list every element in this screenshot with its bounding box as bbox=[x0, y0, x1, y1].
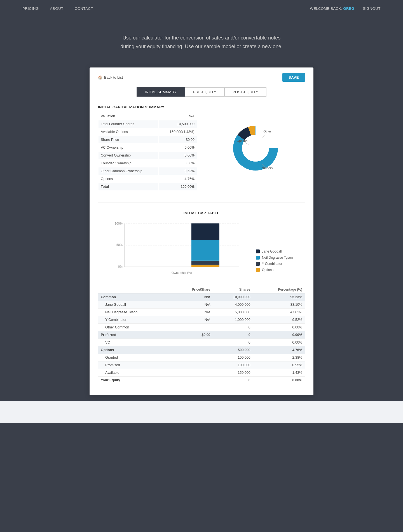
legend-options: Options bbox=[256, 268, 273, 272]
cap-table-row: Granted100,0002.38% bbox=[98, 354, 305, 361]
cap-table-footer-row: Your Equity00.00% bbox=[98, 377, 305, 384]
summary-row: Available Options150,000(1.43%) bbox=[99, 128, 197, 136]
bar-jane bbox=[191, 223, 219, 240]
legend-dot-options bbox=[256, 268, 260, 272]
bar-chart-title: INITIAL CAP TABLE bbox=[98, 211, 305, 215]
donut-chart-area: Other Options Founders bbox=[206, 105, 305, 191]
summary-row-label: Other Common Ownership bbox=[99, 167, 158, 175]
legend-label-yc: Y-Combinator bbox=[262, 262, 282, 266]
group-pct: 95.23% bbox=[253, 293, 305, 301]
summary-row-value: 4.76% bbox=[159, 175, 197, 183]
legend-label-neil: Neil Degrasse Tyson bbox=[262, 256, 293, 260]
row-price: N/A bbox=[171, 316, 213, 324]
legend-jane: Jane Goodall bbox=[256, 249, 282, 253]
cap-table-row: VC00.00% bbox=[98, 339, 305, 346]
row-price bbox=[171, 324, 213, 331]
group-price bbox=[171, 346, 213, 354]
row-shares: 5,000,000 bbox=[213, 309, 253, 316]
summary-section: INITIAL CAPITALIZATION SUMMARY Valuation… bbox=[98, 105, 305, 191]
legend-label-jane: Jane Goodall bbox=[262, 249, 282, 253]
bar-x-label: Ownership (%) bbox=[171, 271, 192, 274]
summary-table-container: INITIAL CAPITALIZATION SUMMARY Valuation… bbox=[98, 105, 197, 191]
row-price bbox=[171, 354, 213, 361]
summary-row-label: Available Options bbox=[99, 128, 158, 136]
nav-about[interactable]: ABOUT bbox=[50, 6, 64, 11]
tab-initial-summary[interactable]: INITAL SUMMARY bbox=[137, 87, 185, 97]
row-pct: 47.62% bbox=[253, 309, 305, 316]
nav-pricing[interactable]: PRICING bbox=[22, 6, 39, 11]
nav-right: WELCOME BACK, GREG SIGNOUT bbox=[310, 6, 381, 11]
legend-neil: Neil Degrasse Tyson bbox=[256, 256, 293, 260]
summary-row-label: VC Ownership bbox=[99, 144, 158, 151]
welcome-text: WELCOME BACK, GREG bbox=[310, 6, 354, 11]
main-card: 🏠 Back to List SAVE INITAL SUMMARY PRE-E… bbox=[90, 67, 313, 395]
bar-chart-layout: 100% 50% 0% Owne bbox=[98, 221, 305, 277]
row-pct: 0.00% bbox=[253, 339, 305, 346]
bar-yc bbox=[191, 261, 219, 265]
row-name: Other Common bbox=[98, 324, 171, 331]
row-shares: 100,000 bbox=[213, 354, 253, 361]
donut-label-founders: Founders bbox=[259, 166, 273, 170]
row-pct: 2.38% bbox=[253, 354, 305, 361]
home-icon: 🏠 bbox=[98, 75, 102, 80]
svg-text:100%: 100% bbox=[115, 222, 123, 225]
save-button[interactable]: SAVE bbox=[282, 73, 305, 82]
chart-legend: Jane Goodall Neil Degrasse Tyson Y-Combi… bbox=[256, 249, 293, 277]
summary-row: Total Founder Shares10,500,000 bbox=[99, 120, 197, 128]
row-name: Y-Combinator bbox=[98, 316, 171, 324]
section-divider bbox=[98, 202, 305, 202]
tab-bar: INITAL SUMMARY PRE-EQUITY POST-EQUITY bbox=[98, 87, 305, 97]
summary-row-value: $0.00 bbox=[159, 136, 197, 143]
footer-pct: 0.00% bbox=[253, 377, 305, 384]
cap-table-row: Jane GoodallN/A4,000,00038.10% bbox=[98, 301, 305, 309]
summary-table: ValuationN/ATotal Founder Shares10,500,0… bbox=[98, 112, 197, 191]
row-name: Granted bbox=[98, 354, 171, 361]
hero-section: Use our calculator for the conversion of… bbox=[0, 17, 403, 73]
summary-row-label: Options bbox=[99, 175, 158, 183]
row-price: N/A bbox=[171, 301, 213, 309]
username: GREG bbox=[343, 6, 354, 11]
summary-row: ValuationN/A bbox=[99, 113, 197, 120]
row-name: Jane Goodall bbox=[98, 301, 171, 309]
row-name: Promised bbox=[98, 361, 171, 369]
cap-table-group-row: CommonN/A10,000,00095.23% bbox=[98, 293, 305, 301]
nav-contact[interactable]: CONTACT bbox=[75, 6, 93, 11]
row-price bbox=[171, 369, 213, 377]
summary-row-value: 0.00% bbox=[159, 144, 197, 151]
svg-text:0%: 0% bbox=[118, 265, 123, 268]
row-name: Neil Degrasse Tyson bbox=[98, 309, 171, 316]
back-label: Back to List bbox=[104, 75, 123, 80]
cap-table-body: CommonN/A10,000,00095.23%Jane GoodallN/A… bbox=[98, 293, 305, 384]
row-shares: 150,000 bbox=[213, 369, 253, 377]
signout-button[interactable]: SIGNOUT bbox=[363, 6, 381, 11]
tab-post-equity[interactable]: POST-EQUITY bbox=[224, 87, 266, 97]
summary-row-value: 150,000(1.43%) bbox=[159, 128, 197, 136]
row-pct: 0.00% bbox=[253, 324, 305, 331]
svg-line-5 bbox=[263, 133, 266, 137]
summary-row: Founder Ownership85.0% bbox=[99, 160, 197, 167]
col-name bbox=[98, 286, 171, 293]
row-shares: 1,000,000 bbox=[213, 316, 253, 324]
summary-row: Other Common Ownership9.52% bbox=[99, 167, 197, 175]
summary-row-label: Convert Ownership bbox=[99, 152, 158, 159]
cap-table: Price/Share Shares Percentage (%) Common… bbox=[98, 286, 305, 384]
bar-chart-section: INITIAL CAP TABLE 100% 50% 0% bbox=[98, 211, 305, 277]
footer-shares: 0 bbox=[213, 377, 253, 384]
footer-name: Your Equity bbox=[98, 377, 171, 384]
summary-row: Total100.00% bbox=[99, 183, 197, 190]
group-name: Options bbox=[98, 346, 171, 354]
summary-row-label: Valuation bbox=[99, 113, 158, 120]
group-name: Preferred bbox=[98, 331, 171, 339]
summary-row-value: 85.0% bbox=[159, 160, 197, 167]
tab-pre-equity[interactable]: PRE-EQUITY bbox=[185, 87, 224, 97]
summary-row-value: 9.52% bbox=[159, 167, 197, 175]
group-shares: 500,000 bbox=[213, 346, 253, 354]
row-pct: 38.10% bbox=[253, 301, 305, 309]
group-price: $0.00 bbox=[171, 331, 213, 339]
topbar: 🏠 Back to List SAVE bbox=[98, 73, 305, 82]
legend-dot-neil bbox=[256, 256, 260, 260]
summary-row-label: Total bbox=[99, 183, 158, 190]
back-to-list-button[interactable]: 🏠 Back to List bbox=[98, 75, 123, 80]
row-price bbox=[171, 361, 213, 369]
row-pct: 9.52% bbox=[253, 316, 305, 324]
